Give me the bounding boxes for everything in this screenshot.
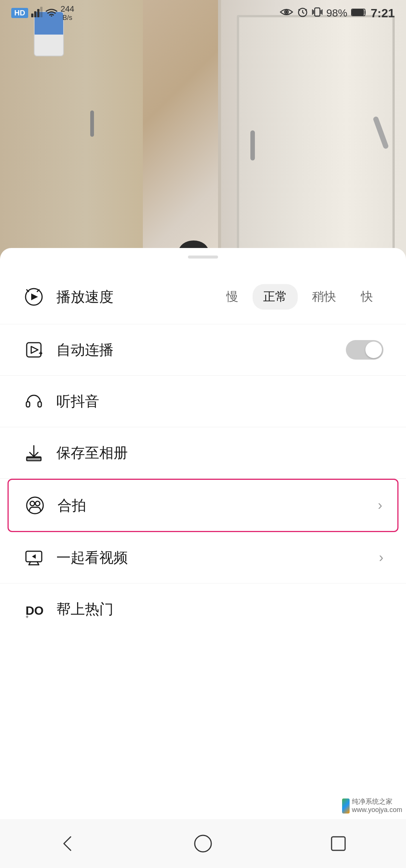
back-button[interactable]: [49, 829, 86, 859]
collab-arrow-icon: ›: [378, 498, 382, 513]
dou-icon: DOU +: [23, 598, 45, 620]
svg-point-22: [195, 835, 211, 852]
menu-list: 播放速度 慢 正常 稍快 快 自动连播: [0, 262, 406, 642]
autoplay-icon: [23, 339, 45, 361]
menu-item-autoplay: 自动连播: [0, 324, 406, 376]
collab-icon: [24, 494, 46, 517]
headphone-icon: [23, 390, 45, 413]
status-bar: HD 244 B/s: [0, 0, 406, 26]
speed-fastest-btn[interactable]: 快: [350, 284, 383, 310]
video-background: [0, 0, 406, 263]
wifi-icon: [45, 8, 58, 19]
svg-rect-14: [38, 402, 41, 407]
home-button[interactable]: [184, 829, 222, 859]
status-right: 98% 7:21: [280, 6, 395, 20]
door-frame: [218, 0, 406, 263]
svg-point-4: [51, 15, 52, 17]
watermark-logo: [342, 798, 350, 814]
playback-speed-label: 播放速度: [56, 287, 216, 307]
toggle-knob: [365, 342, 382, 358]
menu-item-watch-together[interactable]: 一起看视频 ›: [0, 532, 406, 584]
collab-label: 合拍: [58, 496, 378, 515]
autoplay-toggle[interactable]: [346, 340, 383, 360]
svg-rect-10: [352, 10, 364, 15]
watch-together-label: 一起看视频: [56, 548, 379, 567]
battery-level: 98%: [326, 7, 347, 19]
menu-item-hot-topic[interactable]: DOU + 帮上热门: [0, 584, 406, 635]
speed-normal-btn[interactable]: 正常: [253, 284, 298, 310]
bottom-sheet: 播放速度 慢 正常 稍快 快 自动连播: [0, 248, 406, 842]
autoplay-label: 自动连播: [56, 340, 346, 360]
playback-speed-icon: [23, 286, 45, 308]
menu-item-listen[interactable]: 听抖音: [0, 376, 406, 427]
svg-point-17: [30, 501, 35, 506]
video-area[interactable]: [0, 0, 406, 263]
speed-controls[interactable]: 慢 正常 稍快 快: [216, 284, 383, 310]
speed-fast-btn[interactable]: 稍快: [301, 284, 347, 310]
svg-rect-23: [332, 837, 345, 850]
left-door-handle: [90, 110, 94, 137]
hot-topic-label: 帮上热门: [56, 600, 383, 619]
watermark: 纯净系统之家 www.yoojya.com: [342, 797, 402, 815]
watch-together-icon: [23, 546, 45, 569]
svg-rect-12: [27, 343, 41, 357]
status-left: HD 244 B/s: [11, 4, 74, 22]
watch-together-arrow-icon: ›: [379, 550, 383, 566]
svg-rect-1: [34, 11, 36, 17]
recent-apps-button[interactable]: [320, 829, 357, 859]
speed-slow-btn[interactable]: 慢: [216, 284, 249, 310]
alarm-icon: [297, 6, 308, 20]
svg-point-6: [286, 11, 287, 13]
svg-rect-0: [31, 14, 33, 17]
time-display: 7:21: [371, 6, 395, 20]
wall-left: [0, 0, 143, 263]
menu-item-collab[interactable]: 合拍 ›: [8, 479, 398, 532]
vibrate-icon: [312, 6, 323, 20]
nav-bar: [0, 819, 406, 868]
door-panel: [237, 15, 395, 256]
svg-point-18: [35, 501, 40, 506]
listen-label: 听抖音: [56, 392, 383, 411]
save-label: 保存至相册: [56, 443, 383, 463]
svg-rect-2: [37, 9, 39, 17]
svg-text:+: +: [26, 614, 29, 619]
svg-rect-8: [315, 8, 320, 16]
watermark-text: 纯净系统之家 www.yoojya.com: [352, 798, 402, 814]
menu-item-save[interactable]: 保存至相册: [0, 427, 406, 479]
download-icon: [23, 442, 45, 464]
signal-icon: [31, 7, 42, 20]
svg-rect-13: [26, 402, 30, 407]
network-speed: 244 B/s: [61, 4, 74, 22]
door-handle-left: [250, 130, 255, 160]
sheet-drag-handle: [188, 256, 218, 259]
eye-icon: [280, 7, 293, 19]
hd-badge: HD: [11, 8, 28, 18]
menu-item-playback-speed: 播放速度 慢 正常 稍快 快: [0, 270, 406, 324]
battery-icon: [351, 7, 367, 19]
svg-rect-3: [40, 7, 42, 17]
